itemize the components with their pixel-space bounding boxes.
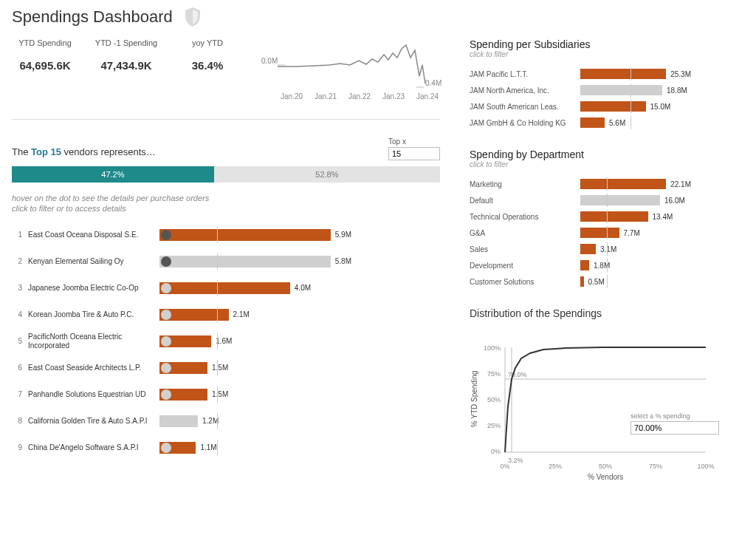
departments-chart[interactable]: Marketing22.1MDefault16.0MTechnical Oper… bbox=[470, 176, 735, 290]
percent-spending-input[interactable] bbox=[630, 421, 719, 435]
bar-reference-line bbox=[607, 177, 608, 191]
bar-row[interactable]: Sales3.1M bbox=[470, 241, 735, 257]
top-share-bar[interactable]: 47.2% 52.8% bbox=[12, 166, 440, 183]
page-title: Spendings Dashboard bbox=[12, 7, 173, 27]
bar-track[interactable]: 25.3M bbox=[580, 69, 691, 79]
share-top-seg[interactable]: 47.2% bbox=[12, 166, 214, 183]
vendor-reference-line bbox=[217, 333, 218, 350]
svg-text:Jan.20: Jan.20 bbox=[281, 92, 303, 100]
dot-icon[interactable] bbox=[161, 416, 171, 426]
bar-value: 22.1M bbox=[670, 180, 691, 188]
vendor-row[interactable]: 6East Coast Seaside Architects L.P.1.5M bbox=[12, 355, 440, 381]
bar-track[interactable]: 13.4M bbox=[580, 211, 691, 222]
vendor-reference-line bbox=[217, 413, 218, 429]
dot-icon[interactable] bbox=[161, 256, 171, 267]
bar-reference-line bbox=[607, 242, 608, 256]
vendor-reference-line bbox=[217, 360, 218, 376]
bar-row[interactable]: Customer Solutions0.5M bbox=[470, 273, 735, 290]
vendor-row[interactable]: 8California Golden Tire & Auto S.A.P.I1.… bbox=[12, 408, 440, 435]
distribution-section: Distribution of the Spendings % YTD Spen… bbox=[470, 307, 735, 488]
vendor-bar[interactable]: 1.1M bbox=[159, 441, 351, 454]
bar-fill bbox=[580, 211, 648, 222]
dot-icon[interactable] bbox=[161, 443, 171, 453]
bar-track[interactable]: 5.6M bbox=[580, 117, 691, 128]
vendor-row[interactable]: 1East Coast Oceana Disposal S.E.5.9M bbox=[12, 222, 440, 248]
bar-track[interactable]: 3.1M bbox=[580, 244, 691, 254]
vendor-value: 1.5M bbox=[212, 364, 228, 372]
svg-text:Jan.22: Jan.22 bbox=[348, 92, 371, 100]
vendor-row[interactable]: 5PacificNorth Oceana Electric Incorporat… bbox=[12, 328, 440, 355]
vendor-hint: hover on the dot to see the details per … bbox=[12, 193, 440, 214]
bar-row[interactable]: Technical Operations13.4M bbox=[470, 208, 735, 225]
vendor-rank: 6 bbox=[12, 364, 22, 372]
distribution-chart[interactable]: % YTD Spending 0% 25% 50% 75% 100% 70.0%… bbox=[470, 325, 721, 473]
bar-row[interactable]: JAM South American Leas.15.0M bbox=[470, 98, 735, 115]
bar-row[interactable]: JAM Pacific L.T.T.25.3M bbox=[470, 66, 735, 82]
svg-text:3.2%: 3.2% bbox=[508, 457, 523, 464]
vendor-reference-line bbox=[217, 440, 218, 456]
vendor-rank: 7 bbox=[12, 390, 22, 398]
bar-track[interactable]: 7.7M bbox=[580, 228, 691, 238]
dot-icon[interactable] bbox=[161, 310, 171, 320]
vendor-row[interactable]: 2Kenyan Elemental Sailing Oy5.8M bbox=[12, 248, 440, 275]
vendor-bar[interactable]: 1.6M bbox=[159, 335, 351, 348]
bar-fill bbox=[580, 276, 584, 287]
bar-label: JAM North America, Inc. bbox=[470, 86, 580, 95]
bar-track[interactable]: 1.8M bbox=[580, 260, 691, 270]
bar-track[interactable]: 16.0M bbox=[580, 195, 691, 205]
dot-icon[interactable] bbox=[161, 230, 171, 240]
bar-fill bbox=[580, 244, 596, 254]
bar-track[interactable]: 0.5M bbox=[580, 276, 691, 287]
bar-label: JAM GmbH & Co Holding KG bbox=[470, 119, 580, 127]
vendor-bar[interactable]: 1.2M bbox=[159, 415, 351, 428]
dot-icon[interactable] bbox=[161, 363, 171, 373]
vendor-bar[interactable]: 1.5M bbox=[159, 361, 351, 375]
dot-icon[interactable] bbox=[161, 336, 171, 347]
vendor-row[interactable]: 4Korean Joomba Tire & Auto P.C.2.1M bbox=[12, 301, 440, 328]
subsidiaries-subtitle: click to filter bbox=[470, 50, 735, 58]
bar-reference-line bbox=[630, 100, 631, 113]
bar-fill bbox=[580, 85, 662, 95]
bar-value: 18.8M bbox=[667, 86, 687, 95]
top-n-label[interactable]: Top 15 bbox=[31, 146, 61, 157]
vendor-row[interactable]: 9China De'Angelo Software S.A.P.I1.1M bbox=[12, 435, 440, 461]
vendor-list: 1East Coast Oceana Disposal S.E.5.9M2Ken… bbox=[12, 222, 440, 461]
vendor-bar[interactable]: 4.0M bbox=[159, 282, 351, 295]
bar-row[interactable]: Default16.0M bbox=[470, 192, 735, 208]
dot-icon[interactable] bbox=[161, 283, 171, 293]
vendor-value: 1.2M bbox=[202, 417, 219, 425]
bar-track[interactable]: 18.8M bbox=[580, 85, 691, 95]
topx-input[interactable] bbox=[388, 147, 440, 160]
vendor-reference-line bbox=[217, 227, 218, 243]
bar-value: 3.1M bbox=[600, 245, 616, 253]
bar-track[interactable]: 22.1M bbox=[580, 179, 691, 189]
subsidiaries-section: Spending per Subsidiaries click to filte… bbox=[470, 38, 735, 131]
dot-icon[interactable] bbox=[161, 389, 171, 400]
kpi-ytd-value: 64,695.6K bbox=[19, 59, 70, 72]
vendor-bar[interactable]: 5.8M bbox=[159, 255, 351, 268]
kpi-prev: YTD -1 Spending 47,434.9K bbox=[93, 38, 159, 72]
vendor-row[interactable]: 7Panhandle Solutions Equestrian UD1.5M bbox=[12, 381, 440, 408]
vendor-bar[interactable]: 1.5M bbox=[159, 388, 351, 401]
sparkline-chart[interactable]: 0.0M 0.4M Jan.20 Jan.21 Jan.22 Jan.23 Ja… bbox=[255, 38, 447, 104]
vendor-rank: 9 bbox=[12, 443, 22, 451]
bar-row[interactable]: G&A7.7M bbox=[470, 225, 735, 241]
shield-icon bbox=[185, 7, 201, 27]
bar-row[interactable]: Marketing22.1M bbox=[470, 176, 735, 192]
bar-label: Default bbox=[470, 197, 580, 205]
share-other-seg[interactable]: 52.8% bbox=[214, 166, 440, 183]
bar-row[interactable]: Development1.8M bbox=[470, 257, 735, 273]
bar-row[interactable]: JAM North America, Inc.18.8M bbox=[470, 82, 735, 98]
vendor-reference-line bbox=[217, 386, 218, 403]
vendor-bar[interactable]: 5.9M bbox=[159, 228, 351, 242]
svg-text:70.0%: 70.0% bbox=[508, 371, 527, 378]
vendor-rank: 2 bbox=[12, 257, 22, 265]
svg-text:25%: 25% bbox=[487, 422, 501, 429]
bar-row[interactable]: JAM GmbH & Co Holding KG5.6M bbox=[470, 115, 735, 131]
vendor-name: East Coast Seaside Architects L.P. bbox=[28, 364, 154, 372]
vendor-row[interactable]: 3Japanese Joomba Electric Co-Op4.0M bbox=[12, 275, 440, 301]
bar-value: 0.5M bbox=[588, 278, 605, 286]
bar-track[interactable]: 15.0M bbox=[580, 101, 691, 112]
vendor-bar[interactable]: 2.1M bbox=[159, 308, 351, 321]
subsidiaries-chart[interactable]: JAM Pacific L.T.T.25.3MJAM North America… bbox=[470, 66, 735, 131]
